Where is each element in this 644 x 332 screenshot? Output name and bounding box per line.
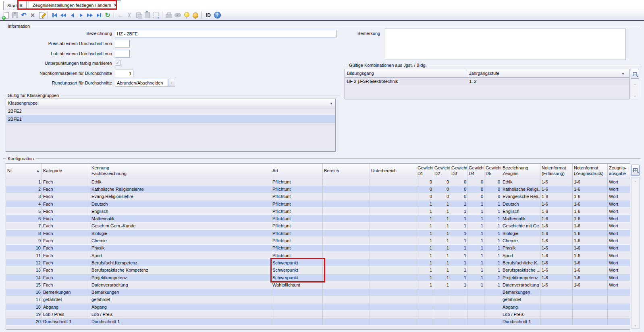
table-row[interactable]: 20 Durchschnitt 1 Durchschnitt 1 Durchsc… [6,318,630,326]
list-item[interactable]: 2BFE1 [6,115,335,123]
column-header[interactable]: Notenformat (Erfassung) [540,164,573,178]
column-header[interactable]: Gewicht D4 [467,164,484,178]
scroll-down-icon[interactable] [634,323,637,328]
nav-back-button[interactable] [68,11,77,20]
refresh-button[interactable] [103,11,112,20]
column-header[interactable]: Kategorie [42,164,90,178]
konfiguration-scrollbar[interactable] [631,177,640,329]
help-button[interactable] [213,11,222,20]
notification-button[interactable] [191,11,200,20]
table-row[interactable]: 17 gefährdet gefährdet gefährdet [6,296,630,303]
kombinationen-scrollbar[interactable] [631,80,639,99]
cell-art: Pflichtunt [271,186,323,193]
column-header[interactable]: Notenformat (Zeugnisdruck) [573,164,608,178]
nav-first-button[interactable] [50,11,59,20]
information-group-legend: Information [3,23,641,29]
column-header[interactable]: Unterbereich [370,164,416,178]
scroll-up-icon[interactable] [634,178,637,183]
column-header-label: Bildungsgang [347,71,374,76]
table-row[interactable]: 13 Fach Berufspraktische Kompetenz Schwe… [6,267,630,274]
table-row[interactable]: 6 Fach Mathematik Pflichtunt 1 1 1 1 1 M… [6,215,630,222]
column-header-jahrgangsstufe[interactable]: Jahrgangsstufe [467,69,629,77]
new-record-button[interactable] [2,11,10,20]
nav-fast-forward-button[interactable] [85,11,94,20]
bezeichnung-input[interactable] [115,30,337,37]
tab-start[interactable]: Start [3,1,27,10]
nav-forward-button[interactable] [77,11,85,20]
tab-zeugniseinstellungen[interactable]: Zeugniseinstellungen festlegen / ändern [29,0,121,10]
table-row[interactable]: 1 Fach Ethik Pflichtunt 0 0 0 0 0 Ethik … [6,178,630,186]
column-chooser-button[interactable] [631,165,640,176]
id-button[interactable]: ID [204,12,213,18]
rundungsart-label: Rundungsart für Durchschnitte [3,80,112,85]
scroll-up-icon[interactable] [634,81,636,86]
cell-unterbereich [370,223,416,230]
nachkommastellen-input[interactable] [115,70,133,77]
table-row[interactable]: 10 Fach Physik Pflichtunt 1 1 1 1 1 Phys… [6,245,630,252]
column-header[interactable]: Gewicht D5 [484,164,501,178]
cell-art: Pflichtunt [271,245,323,252]
cell-zeugnisausgabe: Wort [608,281,630,289]
undo-button[interactable] [19,11,28,20]
legend-line [345,65,347,66]
table-row[interactable]: 3 Fach Evang.Religionslehre Pflichtunt 0… [6,193,630,200]
hint-button[interactable] [182,11,191,20]
list-item[interactable]: BF 2-j.FSR Elektrotechnik 1, 2 [345,78,629,85]
close-tab-icon[interactable] [114,3,117,8]
cell-gewicht-d3: 1 [450,215,467,222]
column-header[interactable]: Bezeichnung Zeugnis [501,164,540,178]
column-header[interactable]: Gewicht D1 [416,164,433,178]
table-row[interactable]: 14 Fach Projektkompetenz Schwerpunkt 1 1… [6,274,630,281]
table-row[interactable]: 16 Bemerkungen Bemerkungen Bemerkungen [6,289,630,296]
column-header[interactable]: Art [271,164,323,178]
scroll-down-icon[interactable] [634,93,636,98]
cell-gewicht-d4: 1 [467,230,484,237]
cell-gewicht-d5: 1 [484,223,501,230]
column-header[interactable]: Nr. ▲ [6,164,42,178]
cell-gewicht-d1 [416,303,433,311]
list-item[interactable]: 2BFE2 [6,107,335,115]
table-row[interactable]: 4 Fach Deutsch Pflichtunt 1 1 1 1 1 Deut… [6,200,630,208]
table-row[interactable]: 15 Fach Datenverarbeitung Wahlpflichtunt… [6,281,630,289]
klassengruppen-group-legend: Gültig für Klassengruppen [3,93,341,98]
edit-button[interactable] [37,11,46,20]
column-header[interactable]: Zeugnis- ausgabe [608,164,630,178]
lob-input[interactable] [115,50,130,58]
column-header[interactable]: Kennung Fachbezeichnung [90,164,271,178]
filter-dropdown-icon[interactable] [330,101,333,105]
filter-dropdown-icon[interactable] [621,71,625,76]
column-header-bildungsgang[interactable]: Bildungsgang [345,69,467,77]
cell-gewicht-d2 [433,303,450,311]
cell-bereich [323,252,370,259]
rundungsart-select[interactable]: Abrunden/Abschneiden [115,79,168,87]
cell-gewicht-d2: 1 [433,200,450,208]
table-row[interactable]: 12 Fach Berufsfachl.Kompetenz Schwerpunk… [6,259,630,266]
column-header[interactable]: Gewicht D3 [450,164,467,178]
cell-bezeichnung-zeugnis: Physik [501,245,540,252]
cell-notenformat-erfassung [540,311,573,318]
column-header[interactable]: Gewicht D2 [433,164,450,178]
cell-gewicht-d4: 1 [467,223,484,230]
table-row[interactable]: 18 Abgang Abgang Abgang [6,303,630,311]
bemerkung-textarea[interactable] [385,29,626,60]
cell-notenformat-zeugnisdruck [573,318,608,326]
preis-input[interactable] [115,40,130,47]
close-tab-icon[interactable] [19,3,23,8]
delete-button[interactable] [28,11,37,20]
table-row[interactable]: 19 Lob / Preis Lob / Preis Lob / Preis [6,311,630,318]
table-row[interactable]: 7 Fach Gesch.m.Gem.-Kunde Pflichtunt 1 1… [6,223,630,230]
cell-kategorie: Fach [42,237,90,244]
cell-notenformat-zeugnisdruck: 1-6 [573,215,608,222]
table-row[interactable]: 2 Fach Katholische Religionslehre Pflich… [6,186,630,193]
table-row[interactable]: 9 Fach Chemie Pflichtunt 1 1 1 1 1 Chemi… [6,237,630,244]
table-row[interactable]: 5 Fach Englisch Pflichtunt 1 1 1 1 1 Eng… [6,208,630,215]
table-row[interactable]: 8 Fach Biologie Pflichtunt 1 1 1 1 1 Bio… [6,230,630,237]
klassengruppen-header-row[interactable]: Klassengruppe [6,99,335,107]
application-window: Start Zeugniseinstellungen festlegen / ä… [0,0,644,332]
cell-kategorie: Fach [42,274,90,281]
column-chooser-button[interactable] [631,69,639,79]
table-row[interactable]: 11 Fach Sport Pflichtunt 1 1 1 1 1 Sport… [6,252,630,259]
nav-fast-back-button[interactable] [59,11,68,20]
nav-last-button[interactable] [94,11,103,20]
column-header[interactable]: Bereich [323,164,370,178]
